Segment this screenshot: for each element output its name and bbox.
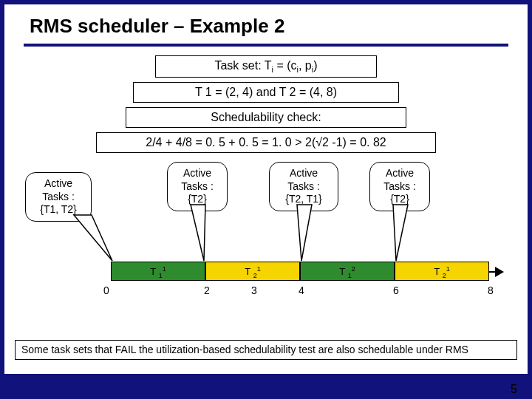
svg-marker-2 bbox=[297, 205, 312, 261]
bubble-line: Tasks : bbox=[276, 180, 332, 194]
tick-label: 6 bbox=[393, 284, 399, 296]
timeline-arrowhead bbox=[495, 267, 504, 277]
bubble-line: Active bbox=[376, 167, 423, 180]
bubble-line: Active bbox=[276, 167, 332, 180]
timeline-seg-label: T 11 bbox=[112, 265, 205, 279]
svg-marker-1 bbox=[191, 205, 205, 261]
timeline-seg-2: T 12 bbox=[300, 262, 395, 281]
timeline-seg-label: T 21 bbox=[395, 265, 488, 279]
tick-label: 3 bbox=[251, 284, 257, 296]
bubble-tail-2 bbox=[293, 203, 322, 262]
tick-label: 0 bbox=[103, 284, 109, 296]
bubble-line: Tasks : bbox=[174, 180, 221, 194]
taskset-box: Task set: Ti = (ci, pi) bbox=[155, 55, 377, 78]
title-underline bbox=[24, 44, 508, 47]
timeline-seg-0: T 11 bbox=[111, 262, 205, 281]
sched-check-box: Schedulability check: bbox=[126, 107, 406, 128]
equation-box: 2/4 + 4/8 = 0. 5 + 0. 5 = 1. 0 > 2(√2 -1… bbox=[96, 132, 436, 153]
bubble-tail-1 bbox=[186, 203, 216, 262]
bubble-line: Tasks : bbox=[32, 191, 85, 204]
bubble-line: Tasks : bbox=[376, 180, 423, 194]
timeline: T 11 T 21 T 12 T 21 bbox=[111, 262, 502, 282]
tick-label: 4 bbox=[299, 284, 304, 296]
timeline-seg-label: T 21 bbox=[206, 265, 299, 279]
tasks-box: T 1 = (2, 4) and T 2 = (4, 8) bbox=[133, 82, 399, 103]
bubble-tail-3 bbox=[389, 203, 418, 262]
timeline-stage: Active Tasks : {T1, T2} Active Tasks : {… bbox=[22, 162, 510, 310]
timeline-seg-1: T 21 bbox=[205, 262, 300, 281]
tick-label: 8 bbox=[488, 284, 494, 296]
timeline-seg-3: T 21 bbox=[395, 262, 489, 281]
svg-marker-3 bbox=[393, 205, 408, 261]
footnote-box: Some task sets that FAIL the utilization… bbox=[15, 340, 517, 360]
bubble-line: Active bbox=[32, 177, 85, 191]
bubble-line: Active bbox=[174, 167, 221, 180]
page-number: 5 bbox=[511, 383, 517, 396]
svg-marker-0 bbox=[74, 215, 112, 261]
page-title: RMS scheduler – Example 2 bbox=[4, 4, 528, 42]
tick-label: 2 bbox=[204, 284, 210, 296]
bubble-tail-0 bbox=[66, 214, 118, 265]
timeline-seg-label: T 12 bbox=[301, 265, 394, 279]
